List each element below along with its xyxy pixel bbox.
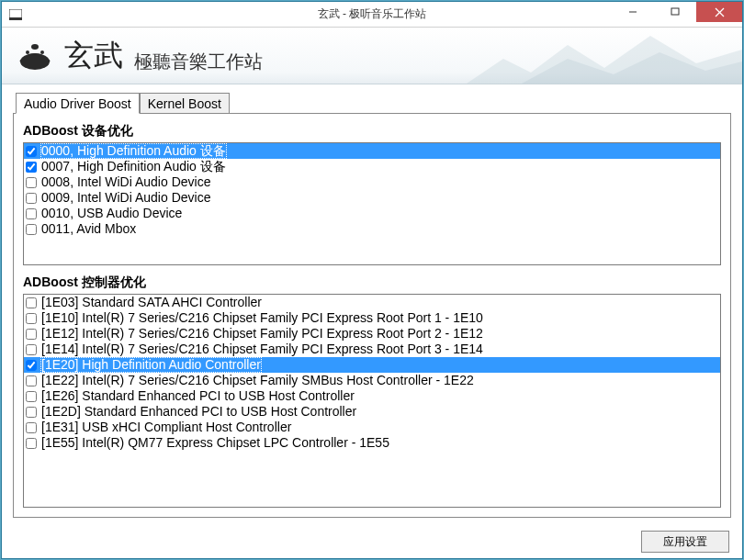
svg-line-5 (716, 8, 724, 17)
controller-label: [1E14] Intel(R) 7 Series/C216 Chipset Fa… (40, 342, 484, 357)
turtle-logo-icon (15, 36, 55, 76)
controller-row[interactable]: [1E20] High Definition Audio Controller (24, 357, 720, 373)
minimize-button[interactable] (612, 2, 654, 22)
device-row[interactable]: 0000, High Definition Audio 设备 (24, 143, 720, 159)
controller-row[interactable]: [1E12] Intel(R) 7 Series/C216 Chipset Fa… (24, 326, 720, 342)
app-window: 玄武 - 极听音乐工作站 玄武 極聽音樂工作站 (1, 1, 743, 559)
titlebar: 玄武 - 极听音乐工作站 (2, 2, 742, 28)
controller-checkbox[interactable] (26, 313, 37, 324)
controller-checkbox[interactable] (26, 375, 37, 386)
device-checkbox[interactable] (26, 208, 37, 219)
content-area: Audio Driver Boost Kernel Boost ADBoost … (2, 84, 742, 525)
mountain-decoration-icon (467, 28, 742, 84)
device-label: 0008, Intel WiDi Audio Device (40, 174, 211, 190)
tab-panel: ADBoost 设备优化 0000, High Definition Audio… (13, 113, 731, 518)
svg-point-9 (31, 44, 39, 50)
controller-checkbox[interactable] (26, 407, 37, 418)
controllers-section-label: ADBoost 控制器优化 (23, 274, 721, 291)
device-label: 0010, USB Audio Device (40, 206, 183, 221)
device-row[interactable]: 0008, Intel WiDi Audio Device (24, 174, 720, 190)
device-row[interactable]: 0011, Avid Mbox (24, 221, 720, 237)
controller-checkbox[interactable] (26, 344, 37, 355)
controller-label: [1E22] Intel(R) 7 Series/C216 Chipset Fa… (40, 373, 475, 388)
maximize-button[interactable] (654, 2, 696, 22)
svg-line-4 (716, 8, 724, 17)
controllers-listbox[interactable]: [1E03] Standard SATA AHCI Controller[1E1… (23, 294, 721, 508)
controller-row[interactable]: [1E03] Standard SATA AHCI Controller (24, 295, 720, 310)
window-controls (612, 2, 742, 22)
device-checkbox[interactable] (26, 224, 37, 235)
svg-rect-1 (9, 17, 22, 20)
svg-point-8 (40, 50, 44, 54)
device-row[interactable]: 0009, Intel WiDi Audio Device (24, 190, 720, 206)
banner-subtitle: 極聽音樂工作站 (134, 50, 263, 74)
controller-label: [1E26] Standard Enhanced PCI to USB Host… (40, 388, 355, 404)
footer: 应用设置 (2, 525, 742, 558)
device-row[interactable]: 0007, High Definition Audio 设备 (24, 159, 720, 174)
banner: 玄武 極聽音樂工作站 (2, 28, 742, 84)
app-icon (7, 6, 24, 23)
device-row[interactable]: 0010, USB Audio Device (24, 206, 720, 221)
tab-audio-driver-boost[interactable]: Audio Driver Boost (16, 93, 140, 114)
controller-label: [1E20] High Definition Audio Controller (40, 357, 262, 373)
controller-row[interactable]: [1E55] Intel(R) QM77 Express Chipset LPC… (24, 435, 720, 451)
controller-checkbox[interactable] (26, 297, 37, 308)
controller-label: [1E10] Intel(R) 7 Series/C216 Chipset Fa… (40, 310, 484, 326)
device-checkbox[interactable] (26, 193, 37, 204)
device-label: 0009, Intel WiDi Audio Device (40, 190, 211, 206)
controller-checkbox[interactable] (26, 438, 37, 449)
controller-label: [1E2D] Standard Enhanced PCI to USB Host… (40, 404, 357, 420)
controller-row[interactable]: [1E22] Intel(R) 7 Series/C216 Chipset Fa… (24, 373, 720, 388)
controller-label: [1E03] Standard SATA AHCI Controller (40, 295, 263, 310)
controller-row[interactable]: [1E2D] Standard Enhanced PCI to USB Host… (24, 404, 720, 420)
devices-listbox[interactable]: 0000, High Definition Audio 设备0007, High… (23, 142, 721, 265)
device-checkbox[interactable] (26, 177, 37, 188)
tab-strip: Audio Driver Boost Kernel Boost (16, 92, 731, 113)
apply-button[interactable]: 应用设置 (641, 531, 729, 553)
svg-point-6 (20, 53, 50, 70)
device-label: 0000, High Definition Audio 设备 (40, 143, 227, 159)
devices-section-label: ADBoost 设备优化 (23, 123, 721, 140)
controller-checkbox[interactable] (26, 360, 37, 371)
close-button[interactable] (696, 2, 742, 22)
controller-row[interactable]: [1E26] Standard Enhanced PCI to USB Host… (24, 388, 720, 404)
device-label: 0011, Avid Mbox (40, 221, 137, 237)
controller-checkbox[interactable] (26, 391, 37, 402)
device-checkbox[interactable] (26, 146, 37, 157)
tab-kernel-boost[interactable]: Kernel Boost (140, 93, 230, 114)
controller-label: [1E55] Intel(R) QM77 Express Chipset LPC… (40, 435, 390, 451)
controller-checkbox[interactable] (26, 422, 37, 433)
device-label: 0007, High Definition Audio 设备 (40, 159, 227, 174)
controller-label: [1E12] Intel(R) 7 Series/C216 Chipset Fa… (40, 326, 484, 342)
controller-label: [1E31] USB xHCI Compliant Host Controlle… (40, 420, 292, 435)
controller-row[interactable]: [1E10] Intel(R) 7 Series/C216 Chipset Fa… (24, 310, 720, 326)
controller-row[interactable]: [1E31] USB xHCI Compliant Host Controlle… (24, 420, 720, 435)
svg-point-7 (26, 50, 29, 54)
banner-app-name: 玄武 (64, 36, 123, 76)
controller-checkbox[interactable] (26, 329, 37, 340)
controller-row[interactable]: [1E14] Intel(R) 7 Series/C216 Chipset Fa… (24, 342, 720, 357)
svg-rect-3 (671, 8, 679, 15)
device-checkbox[interactable] (26, 162, 37, 173)
